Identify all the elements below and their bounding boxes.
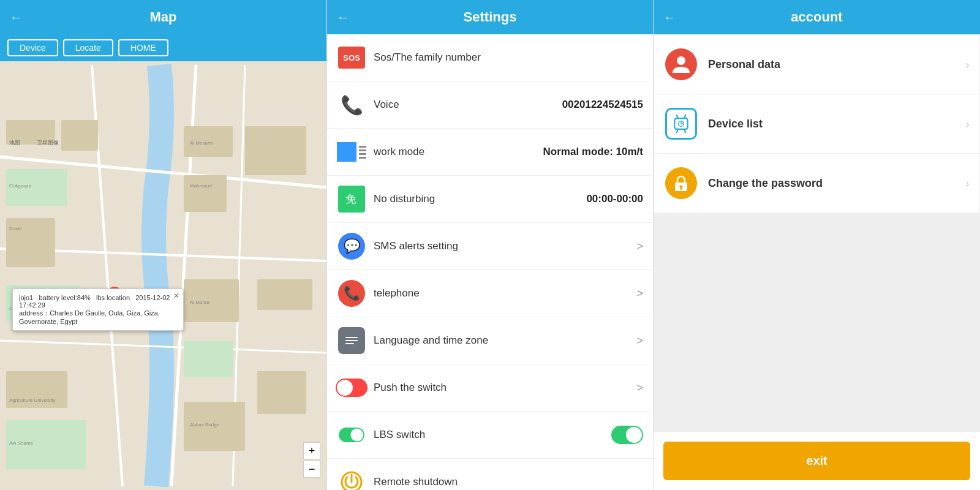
watch-icon — [665, 108, 697, 140]
lbs-toggle[interactable] — [611, 426, 643, 444]
settings-item-sms[interactable]: 💬 SMS alerts setting > — [327, 223, 653, 270]
popup-device: jojo1 — [19, 294, 33, 301]
sos-label: Sos/The family number — [374, 51, 643, 64]
voice-icon: 📞 — [341, 94, 363, 116]
sms-arrow: > — [636, 240, 643, 253]
svg-text:Mahmoud: Mahmoud — [190, 183, 212, 189]
settings-item-shutdown[interactable]: Remote shutdown — [327, 459, 653, 490]
exit-button[interactable]: exit — [663, 442, 970, 480]
svg-rect-38 — [345, 337, 358, 338]
voice-value: 00201224524515 — [562, 99, 643, 111]
voice-label: Voice — [374, 99, 562, 111]
settings-back-arrow[interactable]: ← — [337, 10, 349, 24]
svg-rect-14 — [245, 126, 306, 175]
nodisturb-label: No disturbing — [374, 193, 586, 205]
svg-text:Ain Shams: Ain Shams — [9, 440, 33, 446]
map-title: Map — [150, 9, 177, 25]
settings-item-sos[interactable]: SOS Sos/The family number — [327, 34, 653, 81]
svg-rect-8 — [61, 120, 98, 151]
account-back-arrow[interactable]: ← — [663, 10, 676, 24]
svg-text:Dokki: Dokki — [9, 226, 21, 232]
settings-title: Settings — [464, 9, 517, 25]
push-arrow: > — [636, 382, 643, 394]
telephone-label: telephone — [374, 287, 631, 300]
personal-icon-wrap — [664, 47, 698, 81]
svg-rect-40 — [345, 343, 354, 344]
map-back-arrow[interactable]: ← — [10, 10, 22, 24]
account-header: ← account — [654, 0, 980, 34]
svg-text:Al Murad: Al Murad — [190, 300, 209, 305]
settings-header: ← Settings — [327, 0, 653, 34]
settings-panel: ← Settings SOS Sos/The family number 📞 V… — [326, 0, 653, 490]
svg-rect-13 — [184, 175, 227, 212]
settings-item-telephone[interactable]: 📞 telephone > — [327, 270, 653, 317]
svg-rect-16 — [257, 279, 312, 310]
sos-icon-wrap: SOS — [337, 43, 366, 72]
workmode-icon — [337, 142, 356, 162]
svg-rect-17 — [184, 341, 233, 377]
popup-close[interactable]: ✕ — [173, 292, 179, 300]
devicelist-label: Device list — [708, 118, 965, 130]
telephone-icon-wrap: 📞 — [337, 279, 366, 308]
lbs-icon-wrap — [337, 420, 366, 450]
push-toggle-icon — [336, 379, 368, 397]
settings-item-nodisturb[interactable]: 免 No disturbing 00:00-00:00 — [327, 176, 653, 223]
account-list: Personal data › — [654, 34, 980, 432]
sms-label: SMS alerts setting — [374, 240, 631, 252]
settings-item-workmode[interactable]: work mode Normal mode: 10m/t — [327, 129, 653, 176]
map-panel: ← Map Device Locate HOME — [0, 0, 326, 490]
svg-rect-21 — [257, 371, 306, 414]
svg-text:Al Mesaha: Al Mesaha — [190, 140, 213, 146]
settings-item-push[interactable]: Push the switch > — [327, 364, 653, 412]
person-icon — [665, 48, 697, 80]
workmode-value: Normal mode: 10m/t — [543, 146, 643, 158]
settings-item-language[interactable]: Language and time zone > — [327, 317, 653, 364]
zoom-in-button[interactable]: + — [303, 442, 320, 459]
popup-address: address：Charles De Gaulle, Oula, Giza, G… — [19, 309, 177, 325]
svg-text:免: 免 — [345, 193, 356, 205]
svg-text:Agriculture University: Agriculture University — [9, 398, 56, 403]
account-item-personal[interactable]: Personal data › — [654, 35, 979, 94]
account-item-devicelist[interactable]: Device list › — [654, 94, 979, 153]
lbs-label: LBS switch — [374, 429, 611, 441]
map-toolbar: Device Locate HOME — [0, 34, 326, 61]
account-item-changepass[interactable]: Change the password › — [654, 154, 979, 213]
workmode-icon-wrap — [337, 137, 366, 167]
settings-item-lbs[interactable]: LBS switch — [327, 412, 653, 459]
language-icon — [338, 327, 365, 354]
personal-arrow: › — [965, 58, 970, 72]
zoom-out-button[interactable]: − — [303, 461, 320, 478]
popup-battery: battery level:84% — [39, 294, 90, 301]
account-title: account — [791, 9, 842, 25]
nodisturb-icon-wrap: 免 — [337, 184, 366, 214]
workmode-label: work mode — [374, 146, 543, 158]
telephone-icon: 📞 — [338, 280, 365, 307]
popup-lbs: lbs location — [96, 294, 130, 301]
lbs-toggle-icon-left — [339, 428, 364, 442]
svg-text:El Agouza: El Agouza — [9, 183, 32, 189]
map-area[interactable]: 地图 卫星图像 El Agouza Dokki Al Mesaha Mahmou… — [0, 61, 326, 490]
svg-rect-10 — [6, 218, 55, 267]
push-icon-wrap — [337, 373, 366, 402]
account-panel: ← account Personal data › — [653, 0, 980, 490]
device-button[interactable]: Device — [7, 39, 58, 56]
shutdown-label: Remote shutdown — [374, 476, 643, 488]
changepass-label: Change the password — [708, 177, 965, 190]
svg-text:Abbas Bridge: Abbas Bridge — [190, 422, 220, 428]
lock-icon — [665, 167, 697, 199]
settings-item-voice[interactable]: 📞 Voice 00201224524515 — [327, 81, 653, 129]
shutdown-icon-wrap — [337, 467, 366, 490]
nodisturb-icon: 免 — [338, 186, 365, 213]
nodisturb-value: 00:00-00:00 — [586, 193, 643, 205]
changepass-arrow: › — [965, 176, 970, 190]
language-arrow: > — [636, 334, 643, 347]
devicelist-icon-wrap — [664, 107, 698, 141]
svg-point-43 — [677, 56, 685, 65]
locate-button[interactable]: Locate — [63, 39, 113, 56]
map-header: ← Map — [0, 0, 326, 34]
changepass-icon-wrap — [664, 166, 698, 200]
shutdown-icon — [341, 471, 363, 490]
home-button[interactable]: HOME — [118, 39, 168, 56]
sms-icon: 💬 — [338, 233, 365, 260]
push-label: Push the switch — [374, 382, 631, 394]
